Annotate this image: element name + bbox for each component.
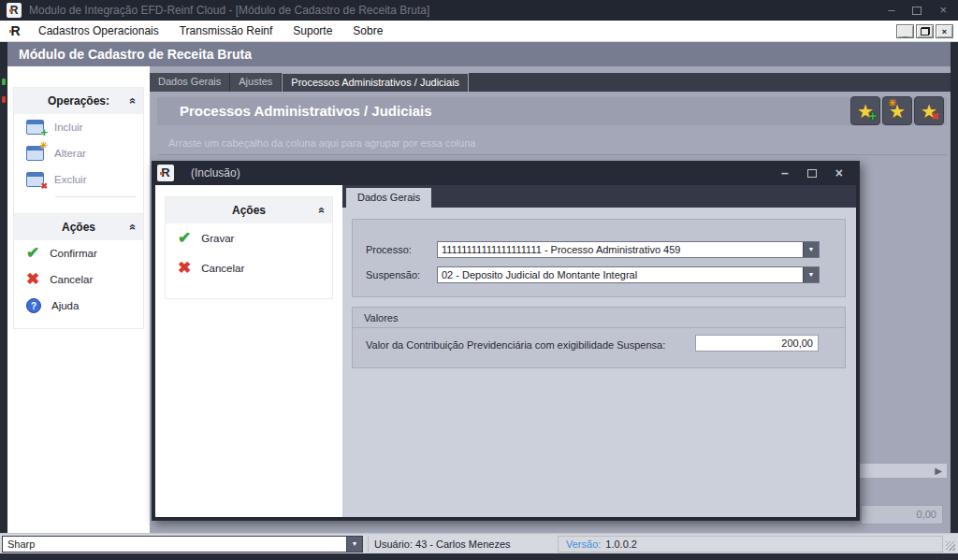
chevron-collapse-icon[interactable]: » [126,98,139,105]
tab-dados-gerais[interactable]: Dados Gerais [150,73,230,92]
record-toolbar: ★ + ★ ☀ ★ ✖ [850,96,944,125]
dialog-sidebar: Ações » ✔ Gravar ✖ Cancelar [155,185,342,517]
left-dock-strip [0,42,7,553]
tab-bar: Dados Gerais Ajustes Processos Administr… [150,73,951,92]
mdi-close-button[interactable]: × [936,24,953,38]
menu-logo-icon: R [7,23,23,39]
menu-transmissao-reinf[interactable]: Transmissão Reinf [169,21,283,42]
help-icon: ? [26,298,41,313]
dropdown-button[interactable]: ▼ [803,242,819,257]
dialog-titlebar: R (Inclusão) – × [152,161,860,185]
dropdown-button[interactable]: ▼ [346,537,362,552]
menu-cadastros-operacionais[interactable]: Cadastros Operacionais [28,21,169,42]
delete-record-button[interactable]: ★ ✖ [914,96,944,125]
grid-groupby-hint: Arraste um cabeçalho da coluna aqui para… [157,131,947,155]
actions-panel-title: Ações [14,221,143,234]
cross-icon: ✖ [26,272,39,287]
close-icon[interactable]: × [939,0,947,21]
dock-cancel-icon [2,96,6,103]
window-titlebar: R Modulo de Integração EFD-Reinf Cloud -… [0,0,958,21]
sun-badge-icon: ☀ [39,140,48,151]
sidebar-item-alterar[interactable]: ☀ Alterar [14,140,143,166]
resize-grip[interactable] [946,541,955,551]
chevron-down-icon: ▼ [808,242,815,257]
suspensao-value: 02 - Deposito Judicial do Montante Integ… [442,269,637,280]
operations-panel-header: Operações: » [14,88,143,114]
scroll-right-icon[interactable]: ▶ [935,466,942,476]
window-title: Modulo de Integração EFD-Reinf Cloud - [… [29,4,429,17]
profile-value: Sharp [7,538,35,550]
cross-badge-icon: ✖ [932,111,939,122]
sidebar-item-label: Cancelar [50,274,93,285]
dialog-tabstrip: Dados Gerais [342,185,856,208]
inclusao-dialog: R (Inclusão) – × Ações » ✔ Gravar ✖ Canc… [152,161,860,521]
sidebar-item-excluir[interactable]: ✖ Excluir [14,166,143,193]
status-version-panel: Versão:1.0.0.2 [558,536,943,553]
dialog-item-gravar[interactable]: ✔ Gravar [166,223,332,253]
suspensao-combobox[interactable]: 02 - Deposito Judicial do Montante Integ… [437,266,820,283]
form-add-icon: + [26,120,44,135]
chevron-collapse-icon[interactable]: » [315,208,328,214]
cross-icon: ✖ [178,261,191,276]
add-record-button[interactable]: ★ + [850,96,880,125]
dialog-actions-header: Ações » [166,197,332,223]
menu-sobre[interactable]: Sobre [342,21,393,42]
sidebar-item-label: Incluir [54,122,83,133]
chevron-down-icon: ▼ [808,267,815,282]
dialog-minimize-icon[interactable]: – [781,165,789,180]
sun-badge-icon: ☀ [888,97,897,109]
valor-contribuicao-input[interactable]: 200,00 [695,335,819,352]
tab-processos-administrativos[interactable]: Processos Administrativos / Judiciais [282,73,469,92]
version-label: Versão: [566,538,601,550]
maximize-icon[interactable] [912,7,922,15]
mdi-minimize-icon: _ [903,29,907,38]
operations-panel-title: Operações: [14,94,143,108]
dialog-main: Dados Gerais Processo: 11111111111111111… [342,185,856,517]
plus-badge-icon: + [869,108,877,123]
valores-group: Valores Valor da Contribuição Previdenci… [352,307,846,368]
dialog-item-label: Gravar [201,233,234,244]
dialog-logo-icon: R [157,165,174,181]
form-edit-icon: ☀ [26,146,44,161]
dock-confirm-icon [2,79,6,85]
processo-combobox[interactable]: 11111111111111111111 - Processo Administ… [437,241,820,258]
profile-combobox[interactable]: Sharp ▼ [2,536,363,553]
operations-panel: Operações: » + Incluir ☀ Alterar ✖ Exclu… [13,87,144,223]
sidebar-item-confirmar[interactable]: ✔ Confirmar [14,240,143,266]
section-title: Processos Administrativos / Judiciais [157,97,947,125]
dialog-item-label: Cancelar [201,263,244,274]
dialog-close-icon[interactable]: × [835,165,843,180]
panel-divider [55,196,136,197]
suspensao-label: Suspensão: [366,269,420,280]
chevron-down-icon: ▼ [352,537,358,552]
status-bar: Sharp ▼ Usuário: 43 - Carlos Menezes Ver… [0,533,958,553]
dialog-item-cancelar[interactable]: ✖ Cancelar [166,253,332,283]
mdi-restore-button[interactable] [916,24,934,38]
mdi-minimize-button[interactable]: _ [896,24,914,38]
valor-contribuicao-label: Valor da Contribuição Previdenciária com… [366,339,665,351]
dialog-tab-dados-gerais[interactable]: Dados Gerais [346,188,431,208]
grid-total-value: 0,00 [861,505,943,524]
dialog-maximize-icon[interactable] [807,169,817,178]
page-title: Módulo de Cadastro de Receita Bruta [7,42,951,66]
dialog-content: Processo: 11111111111111111111 - Process… [342,208,856,517]
processo-value: 11111111111111111111 - Processo Administ… [442,244,680,255]
minimize-icon[interactable]: – [888,0,894,21]
menu-suporte[interactable]: Suporte [283,21,342,42]
plus-badge-icon: + [40,125,48,139]
sidebar-item-label: Ajuda [51,300,79,311]
bottom-frame-border [0,553,958,560]
app-logo-icon: R [7,3,22,18]
chevron-collapse-icon[interactable]: » [126,224,139,231]
dropdown-button[interactable]: ▼ [803,267,819,282]
edit-record-button[interactable]: ★ ☀ [882,96,912,125]
tab-ajustes[interactable]: Ajustes [230,73,282,92]
sidebar-item-cancelar[interactable]: ✖ Cancelar [14,266,143,293]
mdi-restore-icon [921,27,930,36]
sidebar-item-ajuda[interactable]: ? Ajuda [14,293,143,319]
sidebar-item-label: Alterar [54,148,86,159]
version-value: 1.0.0.2 [605,538,637,550]
sidebar-item-incluir[interactable]: + Incluir [14,114,143,140]
menu-bar: R Cadastros Operacionais Transmissão Rei… [0,21,958,42]
dialog-actions-title: Ações [166,204,332,217]
